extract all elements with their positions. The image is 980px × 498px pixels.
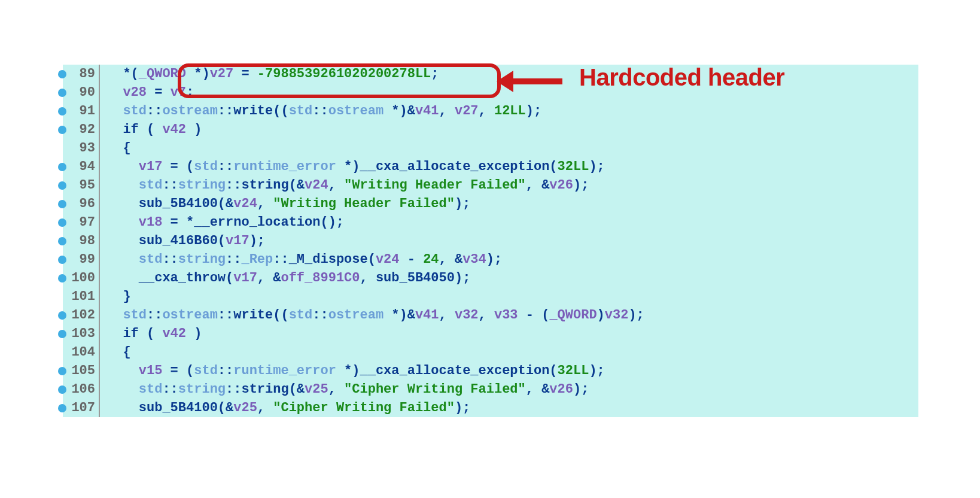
code-line[interactable]: 90 v28 = v7;	[63, 83, 918, 102]
code-token: (	[368, 252, 376, 267]
code-text[interactable]: __cxa_throw(v17, &off_8991C0, sub_5B4050…	[102, 269, 470, 287]
decompiler-code-panel[interactable]: 89 *(_QWORD *)v27 = -7988539261020200278…	[63, 65, 918, 417]
code-text[interactable]: sub_416B60(v17);	[102, 232, 265, 250]
code-text[interactable]: std::ostream::write((std::ostream *)&v41…	[102, 102, 541, 120]
code-token: *)	[186, 66, 210, 81]
code-line[interactable]: 104 {	[63, 343, 918, 362]
code-text[interactable]: }	[102, 287, 131, 306]
code-token	[107, 400, 139, 415]
code-token: v32	[605, 308, 629, 323]
code-line[interactable]: 91 std::ostream::write((std::ostream *)&…	[63, 102, 918, 120]
code-text[interactable]: v17 = (std::runtime_error *)__cxa_alloca…	[102, 157, 605, 176]
gutter[interactable]: 92	[63, 120, 99, 139]
code-text[interactable]: std::ostream::write((std::ostream *)&v41…	[102, 306, 644, 324]
code-line[interactable]: 98 sub_416B60(v17);	[63, 232, 918, 250]
gutter[interactable]: 101	[63, 287, 99, 306]
gutter[interactable]: 91	[63, 102, 99, 120]
code-text[interactable]: {	[102, 139, 131, 157]
code-line[interactable]: 107 sub_5B4100(&v25, "Cipher Writing Fai…	[63, 399, 918, 417]
gutter[interactable]: 90	[63, 83, 99, 102]
breakpoint-dot-icon[interactable]	[58, 70, 66, 78]
code-token: *)&	[384, 308, 415, 323]
code-text[interactable]: {	[102, 343, 131, 362]
code-token: write	[233, 308, 273, 323]
code-text[interactable]: std::string::string(&v25, "Cipher Writin…	[102, 380, 589, 399]
code-text[interactable]: std::string::_Rep::_M_dispose(v24 - 24, …	[102, 250, 502, 269]
code-text[interactable]: std::string::string(&v24, "Writing Heade…	[102, 176, 589, 195]
gutter-separator	[99, 343, 100, 362]
gutter[interactable]: 103	[63, 324, 99, 343]
gutter[interactable]: 89	[63, 65, 99, 83]
breakpoint-dot-icon[interactable]	[58, 181, 66, 190]
code-token: ,	[257, 196, 273, 211]
breakpoint-dot-icon[interactable]	[58, 311, 66, 320]
code-line[interactable]: 105 v15 = (std::runtime_error *)__cxa_al…	[63, 362, 918, 380]
breakpoint-dot-icon[interactable]	[58, 256, 66, 264]
code-token	[107, 85, 123, 100]
gutter[interactable]: 98	[63, 232, 99, 250]
code-line[interactable]: 101 }	[63, 287, 918, 306]
code-text[interactable]: if ( v42 )	[102, 324, 202, 343]
gutter-separator	[99, 306, 100, 324]
gutter[interactable]: 106	[63, 380, 99, 399]
line-number: 94	[64, 157, 95, 176]
breakpoint-dot-icon[interactable]	[58, 367, 66, 375]
code-text[interactable]: *(_QWORD *)v27 = -7988539261020200278LL;	[102, 65, 439, 83]
gutter[interactable]: 99	[63, 250, 99, 269]
code-line[interactable]: 92 if ( v42 )	[63, 120, 918, 139]
code-text[interactable]: sub_5B4100(&v25, "Cipher Writing Failed"…	[102, 399, 470, 417]
code-token: __cxa_allocate_exception	[360, 159, 550, 174]
code-line[interactable]: 99 std::string::_Rep::_M_dispose(v24 - 2…	[63, 250, 918, 269]
code-line[interactable]: 95 std::string::string(&v24, "Writing He…	[63, 176, 918, 195]
gutter[interactable]: 97	[63, 213, 99, 232]
breakpoint-dot-icon[interactable]	[58, 107, 66, 116]
code-text[interactable]: sub_5B4100(&v24, "Writing Header Failed"…	[102, 195, 470, 213]
code-token: ::	[147, 308, 162, 323]
code-token: v42	[162, 122, 186, 137]
code-token: if	[123, 122, 138, 137]
breakpoint-dot-icon[interactable]	[58, 404, 66, 412]
code-token: );	[589, 159, 604, 174]
breakpoint-dot-icon[interactable]	[58, 200, 66, 208]
gutter[interactable]: 96	[63, 195, 99, 213]
breakpoint-dot-icon[interactable]	[58, 89, 66, 97]
code-token: ::	[226, 178, 241, 193]
gutter[interactable]: 94	[63, 157, 99, 176]
code-token: std	[289, 104, 313, 119]
code-line[interactable]: 93 {	[63, 139, 918, 157]
code-token: ::	[218, 308, 233, 323]
gutter-separator	[99, 139, 100, 157]
code-line[interactable]: 100 __cxa_throw(v17, &off_8991C0, sub_5B…	[63, 269, 918, 287]
code-token: }	[107, 289, 131, 304]
line-number: 107	[64, 399, 95, 417]
gutter[interactable]: 93	[63, 139, 99, 157]
code-line[interactable]: 94 v17 = (std::runtime_error *)__cxa_all…	[63, 157, 918, 176]
code-text[interactable]: v28 = v7;	[102, 83, 194, 102]
code-token: ,	[360, 271, 376, 286]
breakpoint-dot-icon[interactable]	[58, 330, 66, 338]
code-line[interactable]: 106 std::string::string(&v25, "Cipher Wr…	[63, 380, 918, 399]
breakpoint-dot-icon[interactable]	[58, 385, 66, 394]
gutter[interactable]: 105	[63, 362, 99, 380]
code-line[interactable]: 96 sub_5B4100(&v24, "Writing Header Fail…	[63, 195, 918, 213]
gutter[interactable]: 107	[63, 399, 99, 417]
code-line[interactable]: 89 *(_QWORD *)v27 = -7988539261020200278…	[63, 65, 918, 83]
breakpoint-dot-icon[interactable]	[58, 218, 66, 227]
breakpoint-dot-icon[interactable]	[58, 274, 66, 283]
code-line[interactable]: 103 if ( v42 )	[63, 324, 918, 343]
code-text[interactable]: v18 = *__errno_location();	[102, 213, 344, 232]
breakpoint-dot-icon[interactable]	[58, 126, 66, 134]
gutter[interactable]: 102	[63, 306, 99, 324]
code-token: )	[186, 122, 202, 137]
breakpoint-dot-icon[interactable]	[58, 237, 66, 245]
code-line[interactable]: 102 std::ostream::write((std::ostream *)…	[63, 306, 918, 324]
gutter[interactable]: 104	[63, 343, 99, 362]
line-number: 103	[64, 324, 95, 343]
code-line[interactable]: 97 v18 = *__errno_location();	[63, 213, 918, 232]
code-token: std	[139, 252, 163, 267]
code-text[interactable]: if ( v42 )	[102, 120, 202, 139]
breakpoint-dot-icon[interactable]	[58, 163, 66, 171]
code-text[interactable]: v15 = (std::runtime_error *)__cxa_alloca…	[102, 362, 605, 380]
gutter[interactable]: 100	[63, 269, 99, 287]
gutter[interactable]: 95	[63, 176, 99, 195]
